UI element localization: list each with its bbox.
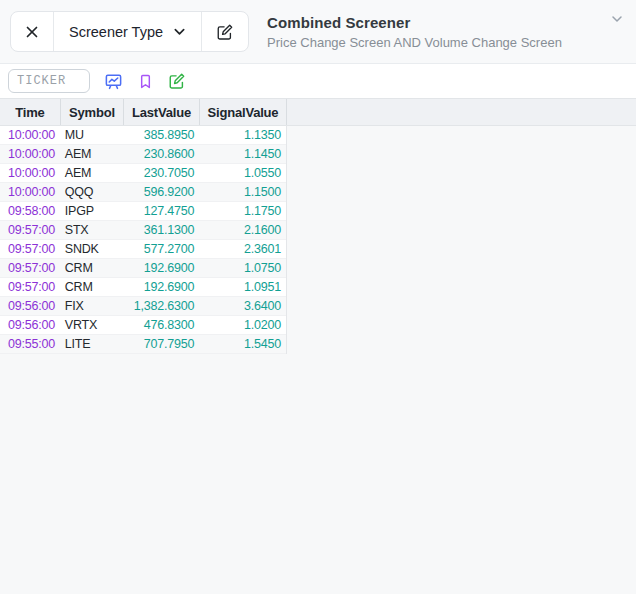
- cell-lastvalue: 476.8300: [124, 318, 200, 332]
- cell-time: 09:57:00: [0, 280, 61, 294]
- column-header-lastvalue[interactable]: LastValue: [124, 99, 200, 125]
- table-row[interactable]: 10:00:00 QQQ 596.9200 1.1500: [0, 183, 286, 202]
- cell-time: 10:00:00: [0, 128, 61, 142]
- cell-symbol: IPGP: [61, 204, 124, 218]
- cell-lastvalue: 577.2700: [124, 242, 200, 256]
- cell-time: 09:57:00: [0, 261, 61, 275]
- topbar: Screener Type Combined Screener Price Ch…: [0, 0, 636, 64]
- cell-signalvalue: 1.0550: [199, 166, 286, 180]
- cell-symbol: AEM: [61, 166, 124, 180]
- cell-symbol: QQQ: [61, 185, 124, 199]
- column-header-symbol[interactable]: Symbol: [61, 99, 124, 125]
- cell-signalvalue: 1.1750: [199, 204, 286, 218]
- cell-lastvalue: 192.6900: [124, 261, 200, 275]
- cell-lastvalue: 230.7050: [124, 166, 200, 180]
- close-button[interactable]: [11, 12, 53, 51]
- cell-symbol: MU: [61, 128, 124, 142]
- cell-signalvalue: 2.3601: [199, 242, 286, 256]
- column-header-time[interactable]: Time: [0, 99, 61, 125]
- table-row[interactable]: 09:57:00 STX 361.1300 2.1600: [0, 221, 286, 240]
- cell-time: 10:00:00: [0, 185, 61, 199]
- chart-view-button[interactable]: [103, 71, 123, 91]
- cell-signalvalue: 1.1350: [199, 128, 286, 142]
- cell-time: 09:58:00: [0, 204, 61, 218]
- screener-type-dropdown[interactable]: Screener Type: [53, 12, 202, 51]
- cell-time: 10:00:00: [0, 147, 61, 161]
- page-title: Combined Screener: [267, 14, 624, 31]
- page-subtitle: Price Change Screen AND Volume Change Sc…: [267, 35, 624, 50]
- cell-time: 09:55:00: [0, 337, 61, 351]
- annotate-button[interactable]: [167, 71, 187, 91]
- edit-screener-button[interactable]: [202, 12, 248, 51]
- table-row[interactable]: 09:58:00 IPGP 127.4750 1.1750: [0, 202, 286, 221]
- cell-lastvalue: 361.1300: [124, 223, 200, 237]
- table-body: 10:00:00 MU 385.8950 1.1350 10:00:00 AEM…: [0, 126, 287, 354]
- cell-symbol: LITE: [61, 337, 124, 351]
- cell-lastvalue: 230.8600: [124, 147, 200, 161]
- cell-signalvalue: 1.0951: [199, 280, 286, 294]
- cell-lastvalue: 707.7950: [124, 337, 200, 351]
- cell-symbol: STX: [61, 223, 124, 237]
- bookmark-icon: [137, 73, 154, 90]
- screener-type-label: Screener Type: [69, 24, 163, 40]
- cell-signalvalue: 1.5450: [199, 337, 286, 351]
- table-header-row: Time Symbol LastValue SignalValue: [0, 98, 636, 126]
- screener-controls: Screener Type: [10, 11, 249, 52]
- cell-lastvalue: 192.6900: [124, 280, 200, 294]
- cell-signalvalue: 1.0750: [199, 261, 286, 275]
- cell-time: 09:56:00: [0, 299, 61, 313]
- table-row[interactable]: 10:00:00 AEM 230.8600 1.1450: [0, 145, 286, 164]
- edit-pencil-square-icon: [216, 23, 234, 41]
- edit-note-icon: [168, 72, 186, 90]
- table-row[interactable]: 09:57:00 SNDK 577.2700 2.3601: [0, 240, 286, 259]
- cell-lastvalue: 596.9200: [124, 185, 200, 199]
- table-row[interactable]: 09:57:00 CRM 192.6900 1.0750: [0, 259, 286, 278]
- table-row[interactable]: 09:55:00 LITE 707.7950 1.5450: [0, 335, 286, 354]
- close-icon: [24, 24, 40, 40]
- table-row[interactable]: 09:56:00 FIX 1,382.6300 3.6400: [0, 297, 286, 316]
- cell-symbol: AEM: [61, 147, 124, 161]
- cell-lastvalue: 385.8950: [124, 128, 200, 142]
- cell-lastvalue: 1,382.6300: [124, 299, 200, 313]
- table-row[interactable]: 09:57:00 CRM 192.6900 1.0951: [0, 278, 286, 297]
- cell-signalvalue: 1.1450: [199, 147, 286, 161]
- bookmark-button[interactable]: [135, 71, 155, 91]
- cell-time: 10:00:00: [0, 166, 61, 180]
- cell-signalvalue: 3.6400: [199, 299, 286, 313]
- collapse-panel-button[interactable]: [606, 8, 628, 30]
- cell-time: 09:57:00: [0, 242, 61, 256]
- cell-signalvalue: 2.1600: [199, 223, 286, 237]
- column-header-signalvalue[interactable]: SignalValue: [200, 99, 287, 125]
- screener-title-block: Combined Screener Price Change Screen AN…: [267, 14, 624, 50]
- cell-signalvalue: 1.0200: [199, 318, 286, 332]
- screener-window: Screener Type Combined Screener Price Ch…: [0, 0, 636, 594]
- cell-symbol: SNDK: [61, 242, 124, 256]
- table-row[interactable]: 10:00:00 MU 385.8950 1.1350: [0, 126, 286, 145]
- cell-symbol: CRM: [61, 280, 124, 294]
- ticker-toolbar: [0, 64, 636, 98]
- cell-signalvalue: 1.1500: [199, 185, 286, 199]
- cell-symbol: CRM: [61, 261, 124, 275]
- screener-results-table: Time Symbol LastValue SignalValue 10:00:…: [0, 98, 636, 354]
- chevron-down-icon: [173, 25, 186, 38]
- table-row[interactable]: 10:00:00 AEM 230.7050 1.0550: [0, 164, 286, 183]
- ticker-input[interactable]: [8, 69, 90, 93]
- cell-symbol: VRTX: [61, 318, 124, 332]
- cell-lastvalue: 127.4750: [124, 204, 200, 218]
- cell-symbol: FIX: [61, 299, 124, 313]
- table-row[interactable]: 09:56:00 VRTX 476.8300 1.0200: [0, 316, 286, 335]
- cell-time: 09:56:00: [0, 318, 61, 332]
- chart-presentation-icon: [104, 72, 123, 91]
- cell-time: 09:57:00: [0, 223, 61, 237]
- chevron-down-icon: [610, 12, 624, 26]
